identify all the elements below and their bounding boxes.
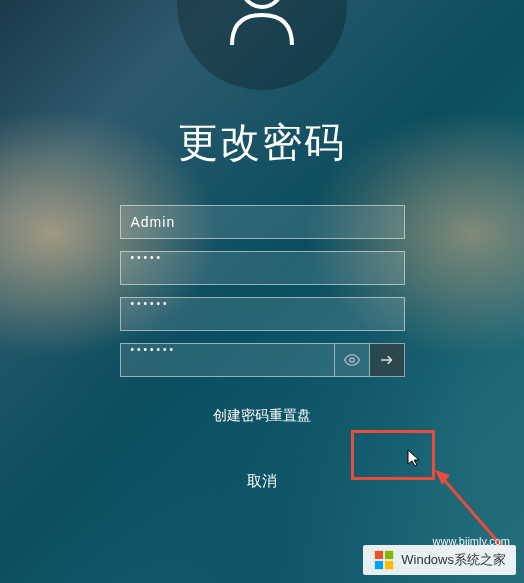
username-field[interactable] [120, 205, 405, 239]
submit-button[interactable] [370, 343, 405, 377]
page-title: 更改密码 [178, 115, 346, 170]
watermark-text: Windows系统之家 [401, 551, 506, 569]
new-password-field[interactable]: •••••• [120, 297, 405, 331]
eye-icon [343, 351, 361, 369]
svg-rect-5 [385, 551, 393, 559]
watermark: Windows系统之家 [363, 545, 516, 575]
svg-rect-4 [375, 551, 383, 559]
svg-rect-7 [385, 561, 393, 569]
reveal-password-button[interactable] [335, 343, 370, 377]
svg-point-1 [349, 358, 354, 363]
confirm-password-field[interactable]: ••••••• [120, 343, 335, 377]
arrow-right-icon [378, 351, 396, 369]
user-avatar [177, 0, 347, 90]
svg-point-0 [242, 0, 282, 7]
cancel-button[interactable]: 取消 [247, 472, 277, 491]
person-icon [212, 0, 312, 55]
old-password-field[interactable]: ••••• [120, 251, 405, 285]
change-password-form: ••••• •••••• ••••••• 创建密码重置盘 取消 [120, 205, 405, 491]
svg-rect-6 [375, 561, 383, 569]
create-reset-disk-link[interactable]: 创建密码重置盘 [213, 407, 311, 425]
windows-logo-icon [373, 549, 395, 571]
